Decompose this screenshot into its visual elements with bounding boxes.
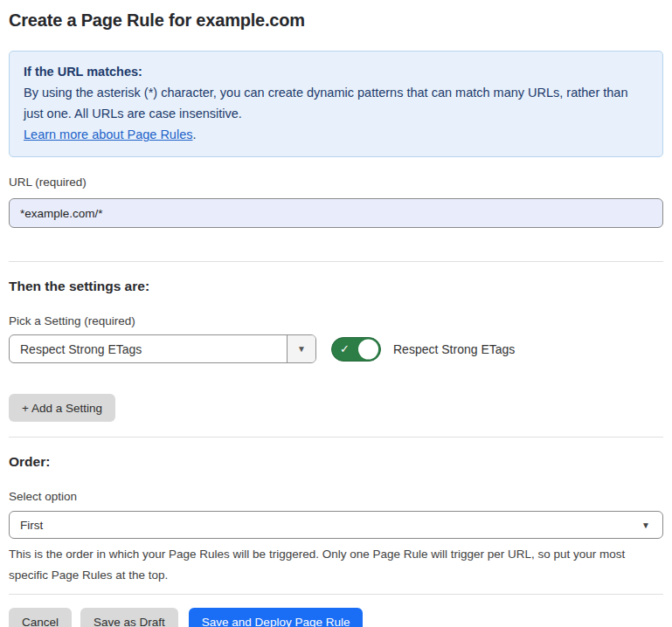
chevron-down-icon: ▼ xyxy=(641,520,650,530)
info-box-body: By using the asterisk (*) character, you… xyxy=(24,82,640,124)
create-page-rule-form: Create a Page Rule for example.com If th… xyxy=(0,0,672,627)
divider-footer xyxy=(9,594,663,595)
setting-toggle-label: Respect Strong ETags xyxy=(393,342,515,356)
info-box-heading: If the URL matches: xyxy=(24,61,648,82)
cancel-button[interactable]: Cancel xyxy=(9,608,72,627)
setting-dropdown-button[interactable]: ▼ xyxy=(287,335,315,362)
divider-settings xyxy=(9,261,663,262)
footer-actions: Cancel Save as Draft Save and Deploy Pag… xyxy=(9,608,663,627)
url-input[interactable] xyxy=(9,198,663,228)
save-draft-button[interactable]: Save as Draft xyxy=(80,608,178,627)
url-match-info-box: If the URL matches: By using the asteris… xyxy=(9,51,663,157)
link-suffix: . xyxy=(192,127,196,141)
order-select[interactable]: First ▼ xyxy=(9,511,663,539)
setting-dropdown-value: Respect Strong ETags xyxy=(10,335,287,362)
setting-toggle[interactable]: ✓ xyxy=(331,337,381,362)
order-section-heading: Order: xyxy=(9,454,663,470)
settings-section-heading: Then the settings are: xyxy=(9,279,663,294)
order-select-value: First xyxy=(20,519,43,532)
info-box-link-line: Learn more about Page Rules. xyxy=(24,124,648,145)
setting-row: Respect Strong ETags ▼ ✓ Respect Strong … xyxy=(9,334,663,363)
add-setting-button[interactable]: + Add a Setting xyxy=(9,394,115,422)
pick-setting-label: Pick a Setting (required) xyxy=(9,314,663,327)
learn-more-link[interactable]: Learn more about Page Rules xyxy=(24,127,192,141)
divider-order xyxy=(9,437,663,438)
url-field-label: URL (required) xyxy=(9,176,663,189)
check-icon: ✓ xyxy=(340,343,350,355)
chevron-down-icon: ▼ xyxy=(297,344,306,354)
setting-dropdown[interactable]: Respect Strong ETags ▼ xyxy=(9,334,316,363)
save-deploy-button[interactable]: Save and Deploy Page Rule xyxy=(189,608,364,627)
order-help-text: This is the order in which your Page Rul… xyxy=(9,544,663,586)
order-select-label: Select option xyxy=(9,490,663,503)
toggle-knob xyxy=(358,339,378,359)
page-title: Create a Page Rule for example.com xyxy=(9,10,663,31)
